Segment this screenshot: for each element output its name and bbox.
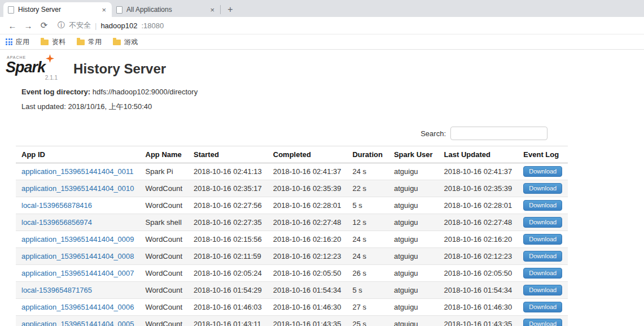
column-header[interactable]: Last Updated <box>439 146 518 163</box>
app-id-link[interactable]: local-1539654871765 <box>21 286 92 294</box>
started-cell: 2018-10-16 02:27:35 <box>188 214 268 231</box>
app-id-link[interactable]: application_1539651441404_0006 <box>21 303 134 311</box>
download-button[interactable]: Download <box>523 200 562 211</box>
address-bar[interactable]: ⓘ 不安全 | hadoop102:18080 <box>58 20 164 31</box>
started-cell: 2018-10-16 02:35:17 <box>188 180 268 197</box>
app-id-link[interactable]: application_1539651441404_0008 <box>21 252 134 260</box>
download-button[interactable]: Download <box>523 302 562 312</box>
column-header[interactable]: Completed <box>268 146 347 163</box>
forward-icon[interactable]: → <box>21 19 35 32</box>
app-id-cell: application_1539651441404_0008 <box>16 248 140 265</box>
duration-cell: 24 s <box>347 163 388 180</box>
app-id-cell: application_1539651441404_0007 <box>16 265 140 282</box>
download-button[interactable]: Download <box>523 166 562 177</box>
table-row: application_1539651441404_0009WordCount2… <box>16 231 568 248</box>
table-row: application_1539651441404_0008WordCount2… <box>16 248 568 265</box>
last-updated-cell: 2018-10-16 02:28:01 <box>439 197 518 214</box>
started-cell: 2018-10-16 01:43:11 <box>188 316 268 326</box>
app-id-link[interactable]: application_1539651441404_0007 <box>21 269 134 277</box>
column-header[interactable]: Started <box>188 146 268 163</box>
event-log-cell: Download <box>518 231 568 248</box>
tab-title: All Applications <box>126 6 205 14</box>
url-port: :18080 <box>141 21 164 30</box>
tab-close-icon[interactable]: × <box>100 5 107 15</box>
download-button[interactable]: Download <box>523 217 562 228</box>
last-updated-cell: 2018-10-16 02:35:39 <box>439 180 518 197</box>
tab-all-applications[interactable]: All Applications × <box>112 2 220 17</box>
app-id-cell: local-1539654871765 <box>16 282 140 299</box>
column-header[interactable]: App Name <box>140 146 189 163</box>
spark-user-cell: atguigu <box>388 248 439 265</box>
tab-divider <box>220 5 221 14</box>
app-id-link[interactable]: application_1539651441404_0011 <box>21 167 134 176</box>
last-updated-cell: 2018-10-16 02:41:37 <box>439 163 518 180</box>
download-button[interactable]: Download <box>523 251 562 262</box>
history-server-page: APACHE Spark 2.1.1 History Server Event … <box>0 50 644 326</box>
started-cell: 2018-10-16 01:46:03 <box>188 299 268 316</box>
table-row: application_1539651441404_0010WordCount2… <box>16 180 568 197</box>
download-button[interactable]: Download <box>523 285 562 295</box>
event-log-directory-line: Event log directory: hdfs://hadoop102:90… <box>21 88 644 96</box>
spark-logo: APACHE Spark 2.1.1 <box>6 55 55 82</box>
started-cell: 2018-10-16 02:41:13 <box>188 163 268 180</box>
duration-cell: 5 s <box>347 282 388 299</box>
app-table-head-row: App IDApp NameStartedCompletedDurationSp… <box>16 146 568 163</box>
app-name-cell: WordCount <box>140 316 189 326</box>
completed-cell: 2018-10-16 02:28:01 <box>268 197 347 214</box>
completed-cell: 2018-10-16 01:46:30 <box>268 299 347 316</box>
completed-cell: 2018-10-16 01:54:34 <box>268 282 347 299</box>
event-log-label: Event log directory: <box>21 88 90 96</box>
download-button[interactable]: Download <box>523 268 562 279</box>
security-label: 不安全 <box>69 20 91 31</box>
site-info-icon[interactable]: ⓘ <box>58 20 65 31</box>
completed-cell: 2018-10-16 02:12:23 <box>268 248 347 265</box>
app-id-link[interactable]: application_1539651441404_0005 <box>21 320 134 326</box>
completed-cell: 2018-10-16 02:16:20 <box>268 231 347 248</box>
tab-close-icon[interactable]: × <box>209 5 216 15</box>
spark-wordmark: Spark <box>6 59 45 76</box>
download-button[interactable]: Download <box>523 319 562 326</box>
bookmark-apps[interactable]: 应用 <box>6 37 29 47</box>
app-id-cell: application_1539651441404_0011 <box>16 163 140 180</box>
started-cell: 2018-10-16 02:11:59 <box>188 248 268 265</box>
applications-table: App IDApp NameStartedCompletedDurationSp… <box>16 146 568 326</box>
url-separator: | <box>95 21 97 30</box>
download-button[interactable]: Download <box>523 183 562 194</box>
table-row: local-1539656878416WordCount2018-10-16 0… <box>16 197 568 214</box>
new-tab-button[interactable]: + <box>223 3 238 16</box>
column-header[interactable]: Spark User <box>388 146 439 163</box>
last-updated-cell: 2018-10-16 02:05:50 <box>439 265 518 282</box>
app-id-cell: application_1539651441404_0009 <box>16 231 140 248</box>
spark-user-cell: atguigu <box>388 197 439 214</box>
bookmark-folder-2[interactable]: 常用 <box>77 37 102 47</box>
bookmarks-bar: 应用 资料 常用 游戏 <box>0 34 644 50</box>
spark-star-icon <box>46 54 54 65</box>
column-header[interactable]: App ID <box>16 146 140 163</box>
started-cell: 2018-10-16 02:15:56 <box>188 231 268 248</box>
last-updated-cell: 2018-10-16 01:46:30 <box>439 299 518 316</box>
spark-user-cell: atguigu <box>388 282 439 299</box>
app-name-cell: WordCount <box>140 231 189 248</box>
app-name-cell: WordCount <box>140 248 189 265</box>
tab-history-server[interactable]: History Server × <box>3 2 112 17</box>
page-favicon-icon <box>8 6 14 14</box>
bookmark-label: 游戏 <box>124 37 138 47</box>
event-log-cell: Download <box>518 163 568 180</box>
spark-user-cell: atguigu <box>388 163 439 180</box>
app-id-link[interactable]: application_1539651441404_0009 <box>21 235 134 244</box>
column-header[interactable]: Event Log <box>518 146 568 163</box>
bookmark-folder-1[interactable]: 资料 <box>41 37 65 47</box>
refresh-icon[interactable]: ⟳ <box>37 19 51 32</box>
app-id-link[interactable]: local-1539656856974 <box>21 218 92 227</box>
folder-icon <box>77 40 85 45</box>
last-updated-cell: 2018-10-16 02:12:23 <box>439 248 518 265</box>
back-icon[interactable]: ← <box>6 19 19 32</box>
column-header[interactable]: Duration <box>347 146 388 163</box>
download-button[interactable]: Download <box>523 234 562 245</box>
bookmark-label: 应用 <box>16 37 29 47</box>
bookmark-folder-3[interactable]: 游戏 <box>113 37 138 47</box>
app-id-link[interactable]: application_1539651441404_0010 <box>21 184 134 193</box>
last-updated-cell: 2018-10-16 01:43:35 <box>439 316 518 326</box>
app-id-link[interactable]: local-1539656878416 <box>21 201 92 210</box>
search-input[interactable] <box>450 127 547 140</box>
